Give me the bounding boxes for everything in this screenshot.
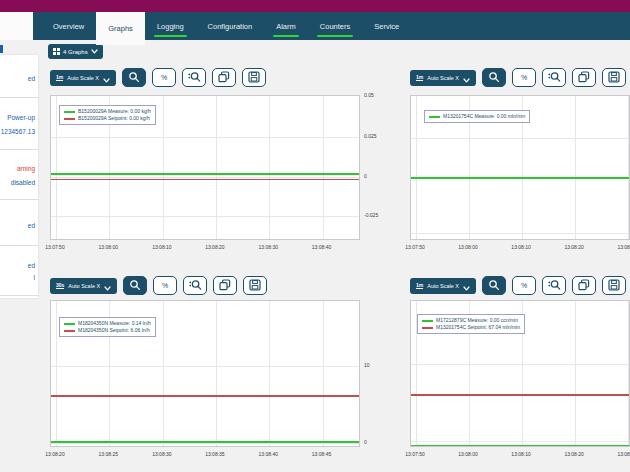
copy-graph-button[interactable] [213,276,237,295]
vertical-gridline [323,96,324,239]
main-nav: OverviewGraphsLoggingConfigurationAlarmC… [33,12,630,40]
sidebar-divider [0,245,38,246]
magnifier-icon [128,71,140,84]
tab-label: Configuration [208,22,253,31]
time-range-icon: 1m [56,74,63,81]
button-label: % [162,282,168,289]
legend-line-swatch [64,111,75,113]
plot-legend: M13201754C Measure: 0.00 mln/min [424,110,530,123]
x-axis-tick-label: 13:08:30 [617,244,630,250]
layers-icon [218,71,230,84]
legend-line-swatch [422,320,433,322]
copy-graph-button[interactable] [572,68,596,87]
legend-line-swatch [422,327,433,329]
tab-counters[interactable]: Counters [308,12,362,40]
sidebar-divider [0,149,38,150]
x-axis-tick-label: 13:08:25 [99,451,118,457]
percent-scale-button[interactable]: % [153,276,177,295]
x-axis-tick-label: 13:08:30 [259,244,278,250]
horizontal-gridline [411,233,629,234]
zoom-button[interactable] [123,276,147,295]
auto-scale-dropdown[interactable]: 1mAuto Scale X [50,70,116,86]
auto-scale-dropdown[interactable]: 1mAuto Scale X [410,278,476,294]
x-axis-tick-label: 13:08:35 [205,451,224,457]
legend-text: M17212879C Measure: 0.00 ccn/min [436,317,518,324]
series-line [51,395,359,397]
copy-graph-button[interactable] [572,276,596,295]
save-image-button[interactable] [602,276,626,295]
y-axis-tick-label: 0 [364,439,367,445]
plot-area-1[interactable]: B15200029A Measure: 0.00 kg/hB15200029A … [50,95,360,240]
plot-area-3[interactable]: M18204350N Measure: 0.14 ln/hM18204350N … [50,300,360,447]
status-sidebar: edPower-uper: 1234567.13arningdisableded… [0,55,38,298]
button-label: % [521,282,527,289]
magnifier-icon [488,279,500,292]
vertical-gridline [56,301,57,446]
legend-row: M18204350N Setpoint: 6.06 ln/h [64,327,151,334]
legend-line-swatch [64,118,75,120]
magnifier-dots-icon [548,71,561,84]
x-axis-tick-label: 13:08:20 [205,244,224,250]
floppy-icon [608,279,620,292]
x-axis-tick-label: 13:07:50 [45,244,64,250]
zoom-select-button[interactable] [183,276,207,295]
save-image-button[interactable] [243,276,267,295]
plot-area-4[interactable]: M17212879C Measure: 0.00 ccn/minM1320175… [410,300,630,447]
series-line [51,179,359,181]
graph-toolbar: 1mAuto Scale X% [410,276,626,295]
zoom-button[interactable] [482,276,506,295]
zoom-select-button[interactable] [542,68,566,87]
graph-toolbar: 30sAuto Scale X% [50,276,267,295]
percent-scale-button[interactable]: % [512,276,536,295]
copy-graph-button[interactable] [212,68,236,87]
x-axis-tick-label: 13:08:00 [458,451,477,457]
grid-layout-icon [53,48,60,55]
sidebar-status-text: ed [28,222,35,229]
y-axis-tick-label: 0 [364,173,367,179]
magnifier-dots-icon [548,279,561,292]
auto-scale-dropdown[interactable]: 1mAuto Scale X [410,70,476,86]
save-image-button[interactable] [242,68,266,87]
percent-scale-button[interactable]: % [512,68,536,87]
plot-area-2[interactable]: M13201754C Measure: 0.00 mln/min [410,95,630,240]
tab-service[interactable]: Service [362,12,411,40]
zoom-select-button[interactable] [182,68,206,87]
tab-configuration[interactable]: Configuration [196,12,265,40]
auto-scale-dropdown[interactable]: 30sAuto Scale X [50,278,117,294]
sidebar-status-text: ed [28,262,35,269]
series-line [411,445,629,447]
tab-alarm[interactable]: Alarm [264,12,308,40]
chevron-down-icon [463,69,470,87]
plot-legend: M18204350N Measure: 0.14 ln/hM18204350N … [59,317,156,337]
graph-panel-3: 30sAuto Scale X%M18204350N Measure: 0.14… [45,270,395,472]
vertical-gridline [628,301,629,446]
zoom-button[interactable] [122,68,146,87]
legend-text: M18204350N Measure: 0.14 ln/h [78,320,151,327]
nav-corner [0,12,33,40]
vertical-gridline [163,96,164,239]
legend-line-swatch [64,330,75,332]
legend-text: B15200029A Setpoint: 0.00 kg/h [78,115,150,122]
button-label: % [521,74,527,81]
x-axis-tick-label: 13:08:20 [564,451,583,457]
tab-graphs[interactable]: Graphs [96,12,145,45]
magnifier-dots-icon [188,71,201,84]
floppy-icon [608,71,620,84]
sidebar-divider [0,295,38,296]
vertical-gridline [216,301,217,446]
vertical-gridline [575,301,576,446]
legend-line-swatch [64,323,75,325]
percent-scale-button[interactable]: % [152,68,176,87]
zoom-select-button[interactable] [542,276,566,295]
zoom-button[interactable] [482,68,506,87]
x-axis-tick-label: 13:08:30 [152,451,171,457]
x-axis-tick-label: 13:08:00 [458,244,477,250]
tab-active-underline [317,35,353,38]
time-range-icon: 1m [416,74,423,81]
time-range-icon: 30s [56,282,64,289]
tab-label: Graphs [108,24,133,33]
save-image-button[interactable] [602,68,626,87]
graph-count-dropdown[interactable]: 4 Graphs [48,44,103,59]
tab-logging[interactable]: Logging [145,12,196,40]
tab-overview[interactable]: Overview [41,12,96,40]
